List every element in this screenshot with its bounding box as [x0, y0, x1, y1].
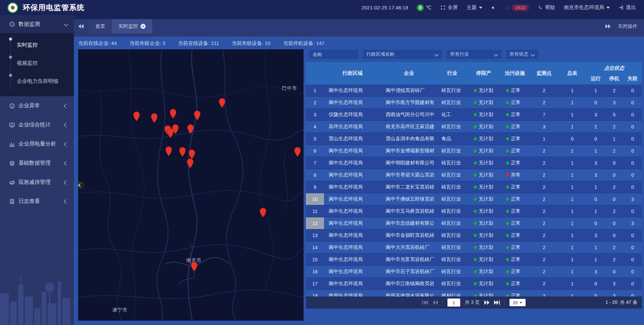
logout-button[interactable]: 退出	[619, 4, 636, 11]
table-row[interactable]: 5营山生态环境局营山县润丰肉食品有限食品无计划正常10010	[306, 133, 642, 145]
mute-button[interactable]	[491, 5, 496, 10]
chevron-down-icon	[531, 52, 535, 57]
sidebar-subitem[interactable]: 视频监控	[0, 54, 74, 72]
sidebar-item[interactable]: 日志查看	[0, 192, 74, 211]
table-row[interactable]: 2阆中生态环境局阆中市南方节能建材有砖瓦行业无计划正常21030	[306, 97, 642, 109]
sidebar-item[interactable]: 基础数据管理	[0, 154, 74, 173]
sidebar-item[interactable]: 企业用电量分析	[0, 134, 74, 154]
region-filter-select[interactable]: 行政区域名称	[363, 49, 442, 59]
status-dot-icon	[474, 210, 477, 213]
cell-production: 无计划	[468, 208, 500, 214]
col-meter: 总表	[558, 62, 586, 85]
cell-run: 1	[586, 245, 605, 250]
page-input[interactable]	[447, 299, 460, 307]
cell-lost: 0	[623, 293, 642, 297]
last-page-button[interactable]	[494, 300, 500, 305]
table-body: 1阆中生态环境局阆中强锐页岩砖厂砖瓦行业无计划正常211202阆中生态环境局阆中…	[306, 85, 642, 296]
map-pin-icon[interactable]	[294, 147, 301, 157]
tabs-scroll-right-button[interactable]	[605, 24, 610, 29]
table-row[interactable]: 11阆中生态环境局阆中市五马桥页岩机砖砖瓦行业无计划正常21120	[306, 205, 642, 217]
table-row[interactable]: 14阆中生态环境局阆中大兴页岩机砖厂砖瓦行业无计划正常21120	[306, 241, 642, 254]
prev-page-button[interactable]	[433, 300, 438, 305]
help-button[interactable]: 帮助	[538, 4, 555, 11]
stat-item: 当前在线设备: 211	[178, 40, 219, 47]
sidebar-item[interactable]: 企业综合统计	[0, 115, 74, 134]
tabs-scroll-left-button[interactable]	[74, 19, 89, 34]
map-pin-icon[interactable]	[187, 124, 194, 134]
map-pin-icon[interactable]	[194, 110, 201, 120]
map-pin-icon[interactable]	[172, 124, 179, 134]
table-row[interactable]: 10阆中生态环境局阆中千佛镇五郎垭页岩砖瓦行业无计划正常21003	[306, 193, 642, 205]
table-row[interactable]: 18南部生态环境局南部县张华水泥有限公建材行业无计划正常21030	[306, 290, 642, 296]
status-filter-select[interactable]: 所有状态	[506, 49, 539, 59]
status-dot-icon	[474, 125, 477, 128]
table-row[interactable]: 8阆中生态环境局阆中市枣碧大梁山页岩砖瓦行业无计划异常21300	[306, 169, 642, 181]
sidebar-group-data-monitor[interactable]: 数据监测	[0, 15, 74, 33]
industry-filter-select[interactable]: 所有行业	[446, 49, 502, 59]
map-pin-icon[interactable]	[186, 158, 194, 168]
cell-meter: 1	[558, 100, 586, 105]
notification-area[interactable]: 2632	[504, 4, 529, 11]
sidebar-item[interactable]: 应急减排管理	[0, 173, 74, 192]
cell-industry: 砖瓦行业	[437, 268, 468, 275]
cell-industry: 建材行业	[437, 292, 468, 296]
table-row[interactable]: 12阆中生态环境局阆中市忠信建材有限公砖瓦行业无计划正常21003	[306, 217, 642, 229]
theme-dropdown[interactable]: 主题	[467, 4, 482, 11]
cell-industry: 砖瓦行业	[437, 172, 468, 178]
close-operations-button[interactable]: 关闭操作	[618, 23, 637, 30]
cell-lost: 3	[623, 221, 642, 226]
col-industry: 行业	[437, 62, 468, 85]
fullscreen-button[interactable]: 全屏	[440, 4, 458, 11]
cell-facility: 正常	[500, 99, 530, 106]
status-dot-icon	[506, 137, 509, 141]
map-canvas[interactable]: 巴中市南充市遂宁市	[78, 49, 304, 321]
table-row[interactable]: 6阆中生态环境局阆中市金博瑞新型墙材砖瓦行业无计划正常21120	[306, 145, 642, 157]
map-pin-icon[interactable]	[169, 109, 177, 119]
table-row[interactable]: 4高坪生态环境局南充市高坪区王家店建砖瓦行业无计划正常31220	[306, 121, 642, 133]
sidebar-item[interactable]: 企业异常	[0, 96, 74, 115]
cell-production: 无计划	[468, 136, 500, 142]
alert-circle-icon	[9, 103, 15, 109]
tab-home[interactable]: 首页	[89, 19, 112, 34]
map-pin-icon[interactable]	[191, 262, 198, 272]
map-pin-icon[interactable]	[133, 111, 140, 121]
map-pin-icon[interactable]	[165, 146, 172, 156]
tab-close-icon[interactable]: ×	[141, 24, 146, 29]
row-index: 6	[306, 148, 324, 154]
cell-monitor: 1	[530, 136, 558, 142]
page-size-select[interactable]: 20	[509, 299, 526, 306]
first-page-button[interactable]	[422, 300, 428, 305]
map-pin-icon[interactable]	[179, 147, 186, 157]
table-row[interactable]: 17阆中生态环境局阆中市江南镇阆南页岩砖瓦行业无计划正常21030	[306, 278, 642, 290]
table-row[interactable]: 16阆中生态环境局阆中市石子页岩机砖厂砖瓦行业无计划正常21300	[306, 266, 642, 278]
table-row[interactable]: 15阆中生态环境局阆中市光富页岩机砖厂砖瓦行业无计划正常21120	[306, 254, 642, 266]
map-pin-icon[interactable]	[259, 208, 267, 218]
tab-realtime-monitor[interactable]: 实时监控 ×	[112, 19, 152, 34]
sidebar-subitem[interactable]: 企业电力负荷明细	[0, 72, 74, 90]
map-pin-icon[interactable]	[188, 149, 196, 159]
org-dropdown[interactable]: 南充市生态环境局	[564, 4, 610, 11]
cell-lost: 0	[623, 124, 642, 129]
table-row[interactable]: 7阆中生态环境局阆中明阳建材有限公司砖瓦行业无计划正常21300	[306, 157, 642, 169]
table-row[interactable]: 3仪陇生态环境局西南油气田分公司川中化工无计划正常71350	[306, 109, 642, 121]
row-index: 18	[306, 293, 324, 297]
cell-meter: 1	[558, 245, 586, 250]
skyline-decoration	[0, 261, 74, 325]
main-content: 当前在线企业: 44当前失联企业: 3当前在线设备: 211当前失联设备: 10…	[74, 37, 644, 325]
cell-facility: 正常	[500, 256, 530, 263]
cell-production: 无计划	[468, 256, 500, 263]
next-page-button[interactable]	[484, 300, 489, 305]
table-row[interactable]: 13阆中生态环境局阆中市金福旺页岩机砖砖瓦行业无计划正常21300	[306, 229, 642, 241]
map-pin-icon[interactable]	[218, 98, 226, 108]
bullet-dot-icon	[9, 38, 12, 41]
table-row[interactable]: 9阆中生态环境局阆中市二龙长宝页岩砖砖瓦行业无计划正常21120	[306, 181, 642, 193]
cell-company: 阆中市五马桥页岩机砖	[381, 208, 437, 214]
table-row[interactable]: 1阆中生态环境局阆中强锐页岩砖厂砖瓦行业无计划正常21120	[306, 85, 642, 97]
cell-meter: 1	[558, 221, 586, 226]
col-region: 行政区域	[324, 62, 381, 85]
cell-run: 0	[586, 100, 605, 105]
map-pin-icon[interactable]	[151, 113, 158, 123]
name-filter-input[interactable]	[309, 49, 359, 59]
sidebar-subitem[interactable]: 实时监控	[0, 36, 74, 54]
cell-stop: 0	[605, 269, 623, 274]
